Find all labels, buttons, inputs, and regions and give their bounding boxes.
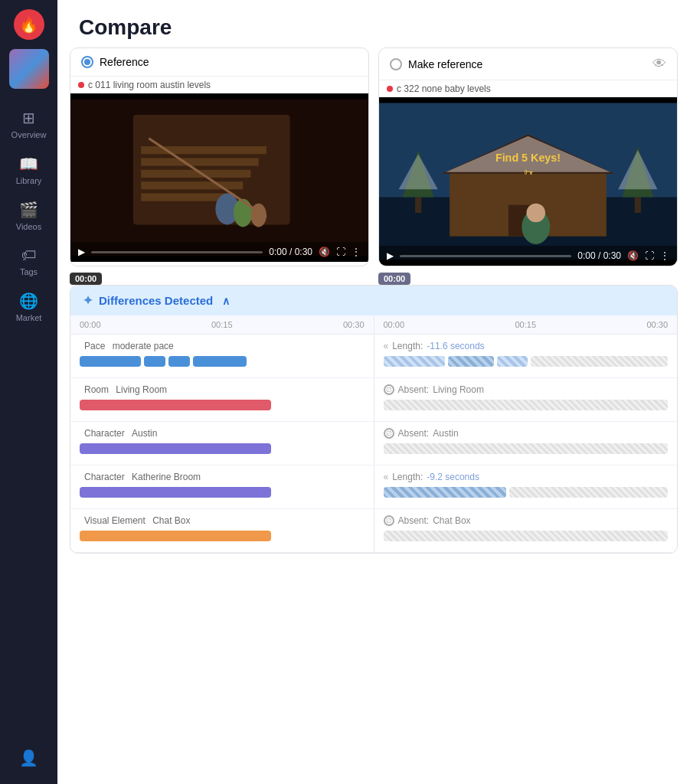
right-video-progress[interactable] — [400, 255, 571, 257]
pace-bars-right — [384, 354, 669, 368]
absent-icon-room: ∅ — [384, 384, 394, 395]
left-t0: 00:00 — [80, 320, 101, 329]
right-video-overlay: ▶ 0:00 / 0:30 🔇 ⛶ ⋮ — [379, 97, 677, 266]
right-panel-header: Make reference 👁 — [379, 48, 677, 80]
sidebar-item-overview[interactable]: ⊞ Overview — [0, 101, 57, 147]
absent-value-room: Living Room — [433, 384, 484, 395]
right-red-dot — [387, 86, 393, 92]
app-logo[interactable]: 🔥 — [14, 9, 44, 40]
right-t15: 00:15 — [515, 320, 536, 329]
right-radio-button[interactable] — [390, 58, 402, 70]
diff-header[interactable]: ✦ Differences Detected ∧ — [70, 286, 677, 315]
right-panel: Make reference 👁 c 322 none baby levels — [378, 47, 678, 266]
diff-cell-austin-right: ∅ Absent: Austin — [374, 422, 678, 465]
sidebar-item-videos[interactable]: 🎬 Videos — [0, 193, 57, 239]
right-more-icon[interactable]: ⋮ — [660, 250, 669, 261]
left-play-icon[interactable]: ▶ — [78, 247, 85, 257]
pace-bar-2 — [144, 356, 165, 367]
sidebar-item-label: Overview — [11, 130, 47, 139]
diff-title: Differences Detected — [99, 294, 213, 307]
diff-cell-pace-right: « Length: -11.6 seconds — [374, 335, 678, 377]
right-t0: 00:00 — [384, 320, 405, 329]
diff-cell-austin-left: Character Austin — [70, 422, 374, 465]
katherine-bars — [80, 485, 365, 499]
room-sublabel: Living Room — [116, 384, 167, 395]
chatbox-label: Visual Element Chat Box — [80, 515, 365, 526]
length-value-katherine: -9.2 seconds — [427, 472, 479, 482]
katherine-label: Character Katherine Broom — [80, 472, 365, 482]
overview-icon: ⊞ — [22, 109, 35, 127]
diff-cell-katherine-right: « Length: -9.2 seconds — [374, 466, 678, 508]
left-red-dot — [78, 82, 84, 88]
market-icon: 🌐 — [19, 292, 38, 310]
right-play-icon[interactable]: ▶ — [387, 250, 394, 261]
right-video-tag: c 322 none baby levels — [397, 83, 491, 94]
right-mute-icon[interactable]: 🔇 — [627, 250, 639, 261]
austin-bar — [80, 443, 271, 454]
sidebar-item-library[interactable]: 📖 Library — [0, 147, 57, 193]
diff-cell-room-left: Room Living Room — [70, 378, 374, 421]
diff-cell-chatbox-right: ∅ Absent: Chat Box — [374, 509, 678, 552]
absent-value-chatbox: Chat Box — [433, 515, 470, 526]
profile-icon: 👤 — [19, 749, 38, 767]
left-panel-label: Reference — [100, 56, 149, 68]
absent-austin-row: ∅ Absent: Austin — [384, 428, 669, 439]
left-more-icon[interactable]: ⋮ — [352, 247, 361, 257]
right-video-controls[interactable]: ▶ 0:00 / 0:30 🔇 ⛶ ⋮ — [379, 246, 677, 266]
sidebar-item-label: Library — [16, 176, 42, 185]
diff-row-room: Room Living Room ∅ Absent: Living Room — [70, 378, 677, 422]
chatbox-bars-right — [384, 529, 669, 543]
left-panel-radio-group[interactable]: Reference — [81, 56, 149, 68]
length-katherine-row: « Length: -9.2 seconds — [384, 472, 669, 482]
pace-stripe-3 — [497, 356, 528, 367]
sidebar-item-profile[interactable]: 👤 — [0, 741, 57, 775]
right-video-area[interactable]: Find 5 Keys! 🗝 ▶ 0:00 / 0:30 🔇 ⛶ ⋮ — [379, 97, 677, 266]
left-time-marker: 00:00 — [70, 273, 102, 285]
left-video-controls[interactable]: ▶ 0:00 / 0:30 🔇 ⛶ ⋮ — [70, 242, 368, 262]
left-video-area[interactable]: ▶ 0:00 / 0:30 🔇 ⛶ ⋮ — [70, 93, 368, 262]
length-value: -11.6 seconds — [427, 341, 484, 351]
right-timeline-bar: 00:00 00:15 00:30 — [384, 315, 669, 334]
katherine-spacer — [509, 487, 669, 498]
katherine-bar — [80, 487, 271, 498]
pace-bar-3 — [168, 356, 190, 367]
right-fullscreen-icon[interactable]: ⛶ — [645, 250, 654, 261]
sidebar-item-label: Market — [16, 313, 42, 322]
room-spacer — [384, 400, 669, 410]
left-radio-button[interactable] — [81, 56, 93, 68]
chatbox-sublabel: Chat Box — [152, 515, 190, 526]
diff-row-pace: Pace moderate pace « Length: -11.6 secon… — [70, 335, 677, 378]
left-video-progress[interactable] — [91, 251, 263, 253]
chatbox-bar — [80, 531, 271, 541]
thumbnail[interactable] — [9, 49, 49, 89]
collapse-icon[interactable]: ∧ — [222, 295, 230, 307]
left-mute-icon[interactable]: 🔇 — [319, 247, 330, 257]
pace-bar-4 — [193, 356, 247, 367]
left-video-tag: c 011 living room austin levels — [88, 80, 211, 90]
pace-bars-left — [80, 354, 365, 368]
left-video-overlay: ▶ 0:00 / 0:30 🔇 ⛶ ⋮ — [70, 93, 368, 262]
sidebar-item-market[interactable]: 🌐 Market — [0, 284, 57, 330]
absent-icon-chatbox: ∅ — [384, 515, 394, 526]
left-fullscreen-icon[interactable]: ⛶ — [336, 247, 345, 257]
videos-icon: 🎬 — [19, 201, 38, 219]
diff-cell-chatbox-left: Visual Element Chat Box — [70, 509, 374, 552]
diff-row-katherine: Character Katherine Broom « Length: -9.2… — [70, 466, 677, 509]
left-panel-header: Reference — [70, 48, 368, 77]
katherine-sublabel: Katherine Broom — [132, 472, 201, 482]
right-timeline: 00:00 00:15 00:30 — [374, 315, 678, 334]
room-bars-right — [384, 398, 669, 412]
length-icon-katherine: « — [384, 472, 389, 482]
left-timeline: 00:00 00:15 00:30 — [70, 315, 374, 334]
pace-stripe-1 — [384, 356, 445, 367]
sparkle-icon: ✦ — [83, 293, 93, 308]
diff-cell-pace-left: Pace moderate pace — [70, 335, 374, 377]
compare-panels: Reference c 011 living room austin level… — [57, 47, 690, 266]
austin-sublabel: Austin — [132, 428, 157, 439]
right-panel-radio-group[interactable]: Make reference — [390, 58, 482, 70]
sidebar-item-tags[interactable]: 🏷 Tags — [0, 239, 57, 284]
pace-spacer — [531, 356, 669, 367]
length-label: Length: — [392, 341, 423, 351]
thumbnail-image — [9, 49, 49, 89]
hide-icon[interactable]: 👁 — [652, 56, 666, 72]
